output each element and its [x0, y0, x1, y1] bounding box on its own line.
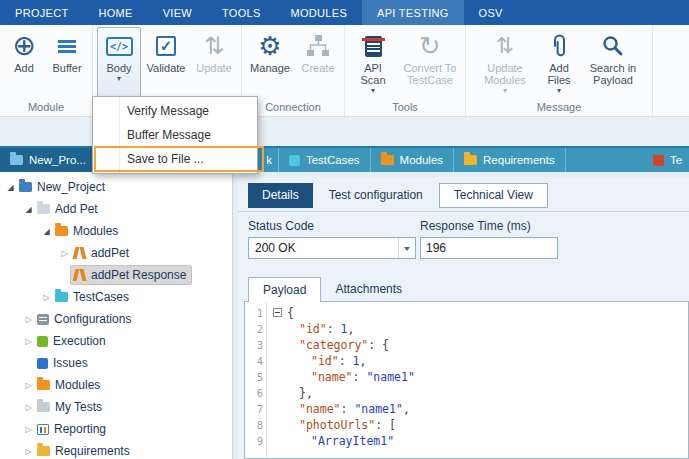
validate-button[interactable]: Validate — [143, 27, 189, 99]
tab-new-project[interactable]: New_Pro... — [0, 148, 97, 172]
project-folder-icon — [19, 182, 32, 192]
body-code-icon — [106, 37, 133, 56]
requirements-folder-icon — [464, 155, 477, 165]
paperclip-icon — [548, 30, 570, 62]
menu-api-testing[interactable]: API TESTING — [362, 0, 464, 25]
code-line: "category": { — [269, 337, 688, 353]
divider — [238, 211, 689, 212]
expand-icon[interactable] — [22, 381, 35, 390]
menu-item-save-to-file[interactable]: Save to File ... — [93, 147, 257, 171]
code-line: "name": "name1", — [269, 401, 688, 417]
chevron-down-icon[interactable] — [398, 238, 415, 258]
testcases-icon — [289, 155, 300, 166]
menubar: PROJECT HOME VIEW TOOLS MODULES API TEST… — [0, 0, 689, 25]
expand-icon[interactable] — [22, 315, 35, 324]
tree-item-new-project[interactable]: New_Project — [0, 176, 232, 198]
expand-icon[interactable] — [22, 403, 35, 412]
module-icon — [73, 247, 86, 259]
code-line: "id": 1, — [269, 353, 688, 369]
tab-test-configuration[interactable]: Test configuration — [315, 183, 437, 208]
project-folder-icon — [10, 155, 23, 165]
expand-icon[interactable] — [4, 183, 17, 192]
tree-item-my-tests[interactable]: My Tests — [0, 396, 232, 418]
menu-modules[interactable]: MODULES — [276, 0, 363, 25]
tree-item-modules-root[interactable]: Modules — [0, 374, 232, 396]
modules-folder-icon — [381, 155, 394, 165]
dropdown-arrow-icon — [371, 86, 375, 95]
update-button: Update — [191, 27, 237, 99]
update-modules-icon — [496, 30, 514, 62]
tree-item-execution[interactable]: Execution — [0, 330, 232, 352]
tab-modules[interactable]: Modules — [371, 148, 454, 172]
expand-icon[interactable] — [22, 205, 35, 214]
tab-testcases[interactable]: TestCases — [279, 148, 371, 172]
gear-icon — [258, 30, 281, 62]
body-button[interactable]: Body — [97, 27, 141, 99]
ribbon-group-module: Add Buffer Module — [0, 25, 93, 116]
add-files-button[interactable]: Add Files — [535, 27, 583, 99]
testcases-folder-icon — [55, 292, 68, 302]
tab-payload[interactable]: Payload — [248, 277, 321, 302]
project-tree: New_Project Add Pet Modules addPet addPe… — [0, 172, 233, 459]
status-code-select[interactable]: 200 OK — [248, 237, 416, 259]
menu-osv[interactable]: OSV — [464, 0, 518, 25]
expand-icon[interactable] — [40, 293, 53, 302]
payload-editor[interactable]: 123456789 { "id": 1, "category": { "id":… — [244, 301, 689, 459]
tree-item-testcases[interactable]: TestCases — [0, 286, 232, 308]
tree-item-issues[interactable]: Issues — [0, 352, 232, 374]
folder-icon — [37, 204, 50, 214]
tab-technical-view[interactable]: Technical View — [439, 183, 548, 208]
json-payload: { "id": 1, "category": { "id": 1, "name"… — [267, 302, 688, 458]
tree-item-modules[interactable]: Modules — [0, 220, 232, 242]
code-line: { — [269, 305, 688, 321]
expand-icon[interactable] — [58, 249, 71, 258]
expand-icon[interactable] — [40, 227, 53, 236]
search-in-payload-button[interactable]: Search in Payload — [585, 27, 641, 99]
dropdown-arrow-icon — [557, 86, 561, 95]
add-icon — [12, 30, 35, 62]
tree-item-configurations[interactable]: Configurations — [0, 308, 232, 330]
line-number-gutter: 123456789 — [245, 302, 267, 458]
tab-details[interactable]: Details — [248, 183, 313, 208]
code-line: "name": "name1" — [269, 369, 688, 385]
issues-icon — [37, 358, 48, 369]
api-scan-icon — [365, 36, 382, 57]
tab-requirements[interactable]: Requirements — [454, 148, 566, 172]
response-time-input[interactable] — [420, 237, 558, 259]
module-icon — [73, 269, 86, 281]
dropdown-arrow-icon — [117, 74, 121, 83]
tree-item-requirements[interactable]: Requirements — [0, 440, 232, 459]
validate-check-icon — [156, 36, 176, 56]
ribbon-group-message: Update Modules Add Files — [466, 25, 653, 116]
expand-icon[interactable] — [22, 447, 35, 456]
menu-home[interactable]: HOME — [83, 0, 147, 25]
folder-icon — [37, 402, 50, 412]
create-tree-icon — [305, 30, 331, 62]
tree-item-add-pet[interactable]: Add Pet — [0, 198, 232, 220]
add-button[interactable]: Add — [4, 27, 44, 99]
menu-tools[interactable]: TOOLS — [207, 0, 276, 25]
expand-icon[interactable] — [22, 425, 35, 434]
response-time-label: Response Time (ms) — [420, 219, 531, 233]
manage-button[interactable]: Manage — [246, 27, 294, 99]
convert-refresh-icon — [419, 30, 441, 62]
expand-icon[interactable] — [22, 337, 35, 346]
reporting-icon — [37, 424, 49, 435]
tree-item-addpet[interactable]: addPet — [0, 242, 232, 264]
api-scan-button[interactable]: API Scan — [349, 27, 397, 99]
code-line: "id": 1, — [269, 321, 688, 337]
tab-tests-clipped[interactable]: Te — [643, 148, 689, 172]
modules-folder-icon — [37, 380, 50, 390]
menu-project[interactable]: PROJECT — [0, 0, 83, 25]
buffer-button[interactable]: Buffer — [46, 27, 88, 99]
buffer-icon — [58, 40, 76, 53]
menu-item-buffer-message[interactable]: Buffer Message — [93, 123, 257, 147]
status-code-value: 200 OK — [249, 241, 398, 255]
menu-item-verify-message[interactable]: Verify Message — [93, 99, 257, 123]
group-label-message: Message — [466, 99, 652, 116]
collapse-icon[interactable] — [273, 308, 282, 317]
menu-view[interactable]: VIEW — [148, 0, 207, 25]
tab-attachments[interactable]: Attachments — [321, 277, 416, 302]
tree-item-addpet-response[interactable]: addPet Response — [0, 264, 232, 286]
tree-item-reporting[interactable]: Reporting — [0, 418, 232, 440]
